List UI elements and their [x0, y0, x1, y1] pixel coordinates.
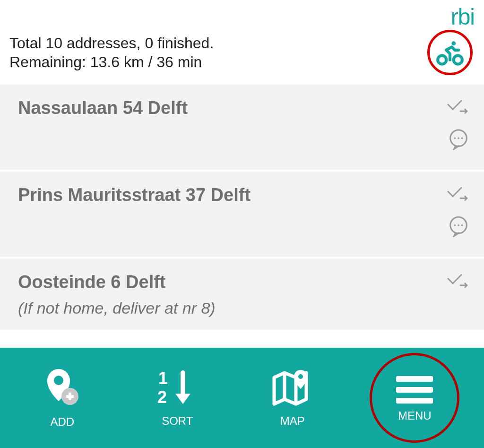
svg-point-0	[438, 55, 446, 64]
svg-text:1: 1	[158, 369, 168, 388]
item-content: Oosteinde 6 Delft (If not home, deliver …	[18, 272, 445, 321]
nav-map[interactable]: MAP	[255, 368, 330, 428]
svg-point-6	[461, 137, 463, 139]
cyclist-icon	[435, 38, 465, 67]
svg-point-11	[54, 376, 63, 385]
brand-logo: rbi	[451, 4, 475, 30]
nav-menu-label: MENU	[398, 409, 432, 422]
hamburger-icon	[393, 373, 436, 406]
top-bar: rbi	[0, 0, 484, 30]
nav-sort[interactable]: 1 2 SORT	[139, 368, 215, 428]
nav-add-label: ADD	[50, 415, 74, 429]
svg-point-9	[458, 224, 459, 226]
comment-icon[interactable]	[448, 215, 469, 239]
bottom-nav: ADD 1 2 SORT MAP MENU	[0, 348, 484, 448]
status-block: Total 10 addresses, 0 finished. Remainin…	[9, 34, 427, 71]
nav-sort-label: SORT	[162, 414, 193, 428]
svg-point-5	[458, 137, 459, 139]
nav-map-label: MAP	[280, 414, 305, 428]
svg-text:2: 2	[157, 387, 167, 407]
svg-point-8	[454, 224, 456, 226]
vehicle-mode-button[interactable]	[427, 30, 473, 75]
svg-point-10	[461, 224, 463, 226]
address-note: (If not home, deliver at nr 8)	[18, 299, 445, 317]
list-item[interactable]: Oosteinde 6 Delft (If not home, deliver …	[0, 259, 484, 330]
address-text: Oosteinde 6 Delft	[18, 272, 445, 292]
header-row: Total 10 addresses, 0 finished. Remainin…	[0, 30, 484, 85]
check-forward-icon[interactable]	[445, 272, 472, 291]
list-item[interactable]: Nassaulaan 54 Delft	[0, 85, 484, 170]
nav-add[interactable]: ADD	[25, 367, 100, 429]
address-text: Prins Mauritsstraat 37 Delft	[18, 185, 445, 205]
svg-rect-23	[396, 398, 433, 404]
svg-rect-22	[396, 387, 433, 393]
address-text: Nassaulaan 54 Delft	[18, 98, 445, 118]
list-item[interactable]: Prins Mauritsstraat 37 Delft	[0, 172, 484, 257]
svg-point-2	[451, 41, 456, 45]
svg-rect-14	[69, 393, 71, 400]
item-actions	[445, 185, 472, 248]
item-content: Nassaulaan 54 Delft	[18, 98, 445, 161]
status-remaining: Remaining: 13.6 km / 36 min	[9, 53, 427, 71]
item-actions	[445, 272, 472, 321]
address-list: Nassaulaan 54 Delft Prins	[0, 85, 484, 348]
svg-point-20	[298, 374, 303, 379]
check-forward-icon[interactable]	[445, 185, 472, 204]
svg-rect-21	[396, 376, 433, 382]
item-content: Prins Mauritsstraat 37 Delft	[18, 185, 445, 248]
check-forward-icon[interactable]	[445, 98, 472, 117]
item-actions	[445, 98, 472, 161]
svg-point-4	[454, 137, 456, 139]
map-pin-icon	[271, 368, 314, 409]
nav-menu[interactable]: MENU	[370, 353, 459, 443]
status-total: Total 10 addresses, 0 finished.	[9, 34, 427, 53]
sort-12-icon: 1 2	[155, 368, 200, 409]
comment-icon[interactable]	[448, 128, 469, 152]
svg-point-1	[454, 55, 462, 64]
add-pin-icon	[43, 367, 81, 410]
